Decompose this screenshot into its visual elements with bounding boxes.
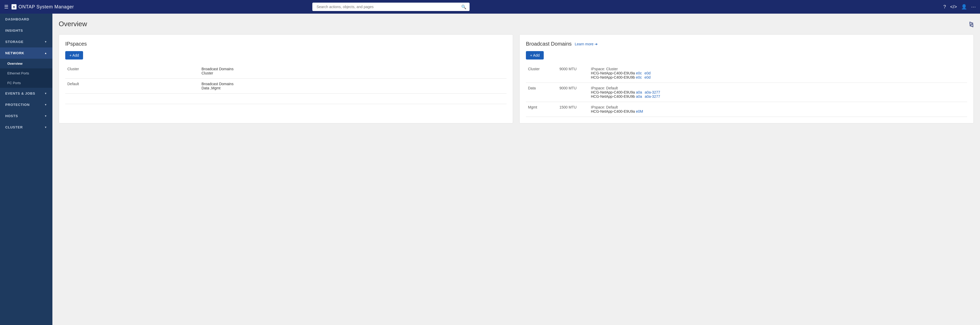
bd-link-a0a-1[interactable]: a0a	[636, 90, 642, 94]
bd-name-data: Data	[526, 83, 557, 102]
table-row: Default Broadcast Domains Data ,Mgmt	[65, 79, 506, 94]
sidebar-item-hosts[interactable]: HOSTS ▼	[0, 110, 52, 122]
topnav-actions: ? </> 👤 ⋯	[943, 4, 976, 10]
code-icon[interactable]: </>	[950, 4, 957, 10]
bd-node2-cluster: HCG-NetApp-C400-E9U9b e0c e0d	[591, 75, 965, 80]
app-logo: n ONTAP System Manager	[11, 4, 74, 10]
broadcast-domains-label2: Broadcast Domains	[202, 82, 504, 86]
bd-link-a0a3277-2[interactable]: a0a-3277	[644, 94, 660, 99]
ipspaces-card: IPspaces + Add Cluster Broadcast Domains…	[59, 34, 513, 123]
broadcast-domains-label: Broadcast Domains	[202, 67, 504, 71]
chevron-down-icon: ▼	[44, 40, 47, 43]
chevron-down-icon-events: ▼	[44, 92, 47, 95]
sidebar-sublabel-overview: Overview	[7, 62, 22, 65]
sidebar-subitem-overview[interactable]: Overview	[0, 59, 52, 69]
bd-link-e0d-2[interactable]: e0d	[644, 75, 651, 80]
table-row: Mgmt 1500 MTU IPspace: Default HCG-NetAp…	[526, 102, 967, 117]
bd-link-e0m[interactable]: e0M	[636, 109, 643, 113]
bd-mtu-data: 9000 MTU	[557, 83, 589, 102]
table-row: Cluster 9000 MTU IPspace: Cluster HCG-Ne…	[526, 64, 967, 83]
search-icon: 🔍	[461, 5, 466, 10]
learn-more-link[interactable]: Learn more ➔	[575, 42, 598, 46]
bd-node1-data: HCG-NetApp-C400-E9U9a a0a a0a-3277	[591, 90, 965, 94]
sidebar-subitem-fc-ports[interactable]: FC Ports	[0, 78, 52, 88]
broadcast-domains-add-button[interactable]: + Add	[526, 51, 544, 59]
external-link-icon: ➔	[595, 42, 598, 46]
page-title: Overview	[59, 20, 87, 28]
broadcast-domains-card-title: Broadcast Domains	[526, 41, 572, 47]
grid-icon[interactable]: ⋯	[971, 4, 976, 10]
app-title: ONTAP System Manager	[19, 4, 74, 10]
broadcast-domains-value-cluster: Cluster	[202, 71, 504, 75]
ipspace-name-cluster: Cluster	[65, 64, 199, 79]
ipspaces-card-header: IPspaces	[65, 41, 506, 47]
topology-icon[interactable]: ⧎	[969, 21, 974, 27]
bd-link-a0a3277-1[interactable]: a0a-3277	[644, 90, 660, 94]
cards-row: IPspaces + Add Cluster Broadcast Domains…	[59, 34, 974, 123]
sidebar-item-dashboard[interactable]: DASHBOARD	[0, 14, 52, 25]
bd-name-mgmt: Mgmt	[526, 102, 557, 117]
ipspace-domains-cluster: Broadcast Domains Cluster	[199, 64, 506, 79]
user-icon[interactable]: 👤	[961, 4, 967, 10]
ipspace-domains-default: Broadcast Domains Data ,Mgmt	[199, 79, 506, 94]
chevron-down-icon-cluster: ▼	[44, 126, 47, 129]
broadcast-domains-card-header: Broadcast Domains Learn more ➔	[526, 41, 967, 47]
top-navigation: ☰ n ONTAP System Manager 🔍 ? </> 👤 ⋯	[0, 0, 980, 14]
sidebar-label-dashboard: DASHBOARD	[5, 17, 29, 21]
ipspace-name-default: Default	[65, 79, 199, 94]
page-header: Overview ⧎	[59, 20, 974, 28]
bd-info-data: IPspace: Default HCG-NetApp-C400-E9U9a a…	[589, 83, 967, 102]
sidebar-item-insights[interactable]: INSIGHTS	[0, 25, 52, 36]
sidebar-sublabel-fc-ports: FC Ports	[7, 81, 21, 85]
sidebar-item-protection[interactable]: PROTECTION ▼	[0, 99, 52, 110]
sidebar-item-storage[interactable]: STORAGE ▼	[0, 36, 52, 48]
sidebar-label-storage: STORAGE	[5, 40, 24, 44]
learn-more-text: Learn more	[575, 42, 594, 46]
sidebar-label-events-jobs: EVENTS & JOBS	[5, 91, 35, 96]
sidebar-label-network: NETWORK	[5, 51, 24, 55]
ipspaces-card-title: IPspaces	[65, 41, 87, 47]
search-container: 🔍	[312, 3, 469, 11]
bd-node1-cluster: HCG-NetApp-C400-E9U9a e0c e0d	[591, 71, 965, 75]
bd-node2-data: HCG-NetApp-C400-E9U9b a0a a0a-3277	[591, 94, 965, 99]
bd-ipspace-cluster: IPspace: Cluster	[591, 67, 965, 71]
ipspaces-table: Cluster Broadcast Domains Cluster Defaul…	[65, 64, 506, 104]
sidebar-label-cluster: CLUSTER	[5, 125, 23, 129]
sidebar: DASHBOARD INSIGHTS STORAGE ▼ NETWORK ▲ O…	[0, 14, 52, 325]
table-row: Cluster Broadcast Domains Cluster	[65, 64, 506, 79]
search-input[interactable]	[312, 3, 469, 11]
bd-link-e0c-2[interactable]: e0c	[636, 75, 642, 80]
sidebar-label-protection: PROTECTION	[5, 103, 30, 107]
logo-letter: n	[13, 5, 15, 9]
help-icon[interactable]: ?	[943, 4, 946, 10]
chevron-down-icon-hosts: ▼	[44, 115, 47, 118]
bd-name-cluster: Cluster	[526, 64, 557, 83]
table-row: Data 9000 MTU IPspace: Default HCG-NetAp…	[526, 83, 967, 102]
sidebar-item-events-jobs[interactable]: EVENTS & JOBS ▼	[0, 88, 52, 99]
broadcast-domains-table: Cluster 9000 MTU IPspace: Cluster HCG-Ne…	[526, 64, 967, 117]
sidebar-item-network[interactable]: NETWORK ▲	[0, 48, 52, 59]
bd-mtu-cluster: 9000 MTU	[557, 64, 589, 83]
bd-link-e0d-1[interactable]: e0d	[644, 71, 651, 75]
sidebar-subitem-ethernet-ports[interactable]: Ethernet Ports	[0, 69, 52, 78]
main-content: Overview ⧎ IPspaces + Add Cluster Broadc…	[52, 14, 980, 325]
bd-ipspace-mgmt: IPspace: Default	[591, 105, 965, 109]
sidebar-sublabel-ethernet-ports: Ethernet Ports	[7, 71, 29, 75]
sidebar-label-insights: INSIGHTS	[5, 29, 23, 32]
chevron-up-icon: ▲	[44, 52, 47, 54]
bd-mtu-mgmt: 1500 MTU	[557, 102, 589, 117]
broadcast-domains-value-default: Data ,Mgmt	[202, 86, 504, 90]
logo-box: n	[11, 4, 16, 10]
table-row-empty	[65, 94, 506, 104]
bd-info-mgmt: IPspace: Default HCG-NetApp-C400-E9U9a e…	[589, 102, 967, 117]
ipspaces-add-button[interactable]: + Add	[65, 51, 83, 59]
chevron-down-icon-protection: ▼	[44, 103, 47, 106]
sidebar-label-hosts: HOSTS	[5, 114, 18, 118]
bd-node1-mgmt: HCG-NetApp-C400-E9U9a e0M	[591, 109, 965, 113]
broadcast-domains-card: Broadcast Domains Learn more ➔ + Add Clu…	[519, 34, 974, 123]
hamburger-menu-icon[interactable]: ☰	[4, 4, 8, 10]
bd-info-cluster: IPspace: Cluster HCG-NetApp-C400-E9U9a e…	[589, 64, 967, 83]
bd-link-a0a-2[interactable]: a0a	[636, 94, 642, 99]
bd-link-e0c-1[interactable]: e0c	[636, 71, 642, 75]
sidebar-item-cluster[interactable]: CLUSTER ▼	[0, 122, 52, 133]
